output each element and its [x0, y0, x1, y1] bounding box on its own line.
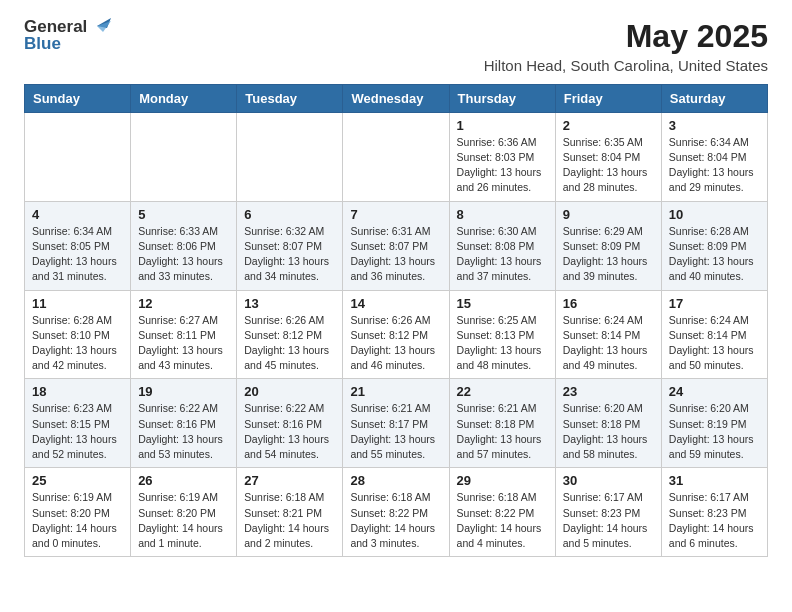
- calendar-cell: 22Sunrise: 6:21 AM Sunset: 8:18 PM Dayli…: [449, 379, 555, 468]
- day-number: 31: [669, 473, 760, 488]
- calendar-cell: 2Sunrise: 6:35 AM Sunset: 8:04 PM Daylig…: [555, 112, 661, 201]
- calendar-cell: 27Sunrise: 6:18 AM Sunset: 8:21 PM Dayli…: [237, 468, 343, 557]
- day-number: 21: [350, 384, 441, 399]
- calendar-week-row: 4Sunrise: 6:34 AM Sunset: 8:05 PM Daylig…: [25, 201, 768, 290]
- day-info: Sunrise: 6:19 AM Sunset: 8:20 PM Dayligh…: [138, 490, 229, 551]
- day-number: 30: [563, 473, 654, 488]
- day-info: Sunrise: 6:28 AM Sunset: 8:10 PM Dayligh…: [32, 313, 123, 374]
- header: General Blue May 2025 Hilton Head, South…: [24, 18, 768, 74]
- calendar-cell: 4Sunrise: 6:34 AM Sunset: 8:05 PM Daylig…: [25, 201, 131, 290]
- logo-bird-icon: [89, 18, 111, 34]
- day-info: Sunrise: 6:17 AM Sunset: 8:23 PM Dayligh…: [669, 490, 760, 551]
- title-block: May 2025 Hilton Head, South Carolina, Un…: [484, 18, 768, 74]
- day-number: 13: [244, 296, 335, 311]
- calendar-cell: 5Sunrise: 6:33 AM Sunset: 8:06 PM Daylig…: [131, 201, 237, 290]
- day-info: Sunrise: 6:26 AM Sunset: 8:12 PM Dayligh…: [244, 313, 335, 374]
- day-info: Sunrise: 6:21 AM Sunset: 8:18 PM Dayligh…: [457, 401, 548, 462]
- page: General Blue May 2025 Hilton Head, South…: [0, 0, 792, 575]
- calendar-week-row: 25Sunrise: 6:19 AM Sunset: 8:20 PM Dayli…: [25, 468, 768, 557]
- day-info: Sunrise: 6:35 AM Sunset: 8:04 PM Dayligh…: [563, 135, 654, 196]
- calendar-cell: 6Sunrise: 6:32 AM Sunset: 8:07 PM Daylig…: [237, 201, 343, 290]
- calendar-cell: 29Sunrise: 6:18 AM Sunset: 8:22 PM Dayli…: [449, 468, 555, 557]
- day-info: Sunrise: 6:30 AM Sunset: 8:08 PM Dayligh…: [457, 224, 548, 285]
- calendar-cell: 1Sunrise: 6:36 AM Sunset: 8:03 PM Daylig…: [449, 112, 555, 201]
- day-number: 8: [457, 207, 548, 222]
- calendar-cell: 7Sunrise: 6:31 AM Sunset: 8:07 PM Daylig…: [343, 201, 449, 290]
- day-info: Sunrise: 6:18 AM Sunset: 8:22 PM Dayligh…: [457, 490, 548, 551]
- calendar-cell: 8Sunrise: 6:30 AM Sunset: 8:08 PM Daylig…: [449, 201, 555, 290]
- day-info: Sunrise: 6:18 AM Sunset: 8:22 PM Dayligh…: [350, 490, 441, 551]
- calendar-week-row: 1Sunrise: 6:36 AM Sunset: 8:03 PM Daylig…: [25, 112, 768, 201]
- day-number: 10: [669, 207, 760, 222]
- calendar-cell: 26Sunrise: 6:19 AM Sunset: 8:20 PM Dayli…: [131, 468, 237, 557]
- day-number: 27: [244, 473, 335, 488]
- day-info: Sunrise: 6:23 AM Sunset: 8:15 PM Dayligh…: [32, 401, 123, 462]
- day-info: Sunrise: 6:22 AM Sunset: 8:16 PM Dayligh…: [244, 401, 335, 462]
- day-number: 9: [563, 207, 654, 222]
- main-title: May 2025: [484, 18, 768, 55]
- calendar-cell: 30Sunrise: 6:17 AM Sunset: 8:23 PM Dayli…: [555, 468, 661, 557]
- day-info: Sunrise: 6:29 AM Sunset: 8:09 PM Dayligh…: [563, 224, 654, 285]
- weekday-header-saturday: Saturday: [661, 84, 767, 112]
- day-info: Sunrise: 6:19 AM Sunset: 8:20 PM Dayligh…: [32, 490, 123, 551]
- day-info: Sunrise: 6:32 AM Sunset: 8:07 PM Dayligh…: [244, 224, 335, 285]
- day-number: 5: [138, 207, 229, 222]
- calendar-cell: 28Sunrise: 6:18 AM Sunset: 8:22 PM Dayli…: [343, 468, 449, 557]
- day-number: 14: [350, 296, 441, 311]
- calendar-cell: 3Sunrise: 6:34 AM Sunset: 8:04 PM Daylig…: [661, 112, 767, 201]
- calendar-cell: 18Sunrise: 6:23 AM Sunset: 8:15 PM Dayli…: [25, 379, 131, 468]
- day-info: Sunrise: 6:34 AM Sunset: 8:04 PM Dayligh…: [669, 135, 760, 196]
- weekday-header-tuesday: Tuesday: [237, 84, 343, 112]
- day-number: 29: [457, 473, 548, 488]
- day-number: 22: [457, 384, 548, 399]
- weekday-header-wednesday: Wednesday: [343, 84, 449, 112]
- calendar-cell: 21Sunrise: 6:21 AM Sunset: 8:17 PM Dayli…: [343, 379, 449, 468]
- day-number: 4: [32, 207, 123, 222]
- calendar-cell: 14Sunrise: 6:26 AM Sunset: 8:12 PM Dayli…: [343, 290, 449, 379]
- calendar-cell: [343, 112, 449, 201]
- calendar-cell: [25, 112, 131, 201]
- day-info: Sunrise: 6:36 AM Sunset: 8:03 PM Dayligh…: [457, 135, 548, 196]
- calendar-cell: 9Sunrise: 6:29 AM Sunset: 8:09 PM Daylig…: [555, 201, 661, 290]
- day-info: Sunrise: 6:27 AM Sunset: 8:11 PM Dayligh…: [138, 313, 229, 374]
- day-info: Sunrise: 6:24 AM Sunset: 8:14 PM Dayligh…: [563, 313, 654, 374]
- calendar: SundayMondayTuesdayWednesdayThursdayFrid…: [24, 84, 768, 557]
- day-info: Sunrise: 6:17 AM Sunset: 8:23 PM Dayligh…: [563, 490, 654, 551]
- weekday-header-row: SundayMondayTuesdayWednesdayThursdayFrid…: [25, 84, 768, 112]
- day-number: 26: [138, 473, 229, 488]
- day-number: 15: [457, 296, 548, 311]
- day-number: 3: [669, 118, 760, 133]
- logo-blue: Blue: [24, 35, 111, 52]
- day-info: Sunrise: 6:25 AM Sunset: 8:13 PM Dayligh…: [457, 313, 548, 374]
- day-info: Sunrise: 6:28 AM Sunset: 8:09 PM Dayligh…: [669, 224, 760, 285]
- day-number: 18: [32, 384, 123, 399]
- calendar-cell: 23Sunrise: 6:20 AM Sunset: 8:18 PM Dayli…: [555, 379, 661, 468]
- calendar-cell: 19Sunrise: 6:22 AM Sunset: 8:16 PM Dayli…: [131, 379, 237, 468]
- day-number: 17: [669, 296, 760, 311]
- day-number: 1: [457, 118, 548, 133]
- calendar-week-row: 18Sunrise: 6:23 AM Sunset: 8:15 PM Dayli…: [25, 379, 768, 468]
- calendar-cell: 31Sunrise: 6:17 AM Sunset: 8:23 PM Dayli…: [661, 468, 767, 557]
- day-info: Sunrise: 6:20 AM Sunset: 8:18 PM Dayligh…: [563, 401, 654, 462]
- calendar-cell: 13Sunrise: 6:26 AM Sunset: 8:12 PM Dayli…: [237, 290, 343, 379]
- subtitle: Hilton Head, South Carolina, United Stat…: [484, 57, 768, 74]
- day-number: 6: [244, 207, 335, 222]
- day-number: 16: [563, 296, 654, 311]
- day-info: Sunrise: 6:20 AM Sunset: 8:19 PM Dayligh…: [669, 401, 760, 462]
- calendar-cell: 12Sunrise: 6:27 AM Sunset: 8:11 PM Dayli…: [131, 290, 237, 379]
- day-number: 11: [32, 296, 123, 311]
- weekday-header-sunday: Sunday: [25, 84, 131, 112]
- day-info: Sunrise: 6:34 AM Sunset: 8:05 PM Dayligh…: [32, 224, 123, 285]
- calendar-cell: 17Sunrise: 6:24 AM Sunset: 8:14 PM Dayli…: [661, 290, 767, 379]
- calendar-cell: [131, 112, 237, 201]
- day-info: Sunrise: 6:24 AM Sunset: 8:14 PM Dayligh…: [669, 313, 760, 374]
- day-number: 20: [244, 384, 335, 399]
- day-number: 2: [563, 118, 654, 133]
- day-info: Sunrise: 6:22 AM Sunset: 8:16 PM Dayligh…: [138, 401, 229, 462]
- weekday-header-monday: Monday: [131, 84, 237, 112]
- day-number: 28: [350, 473, 441, 488]
- logo-general: General: [24, 18, 87, 35]
- day-number: 24: [669, 384, 760, 399]
- day-info: Sunrise: 6:26 AM Sunset: 8:12 PM Dayligh…: [350, 313, 441, 374]
- calendar-cell: 10Sunrise: 6:28 AM Sunset: 8:09 PM Dayli…: [661, 201, 767, 290]
